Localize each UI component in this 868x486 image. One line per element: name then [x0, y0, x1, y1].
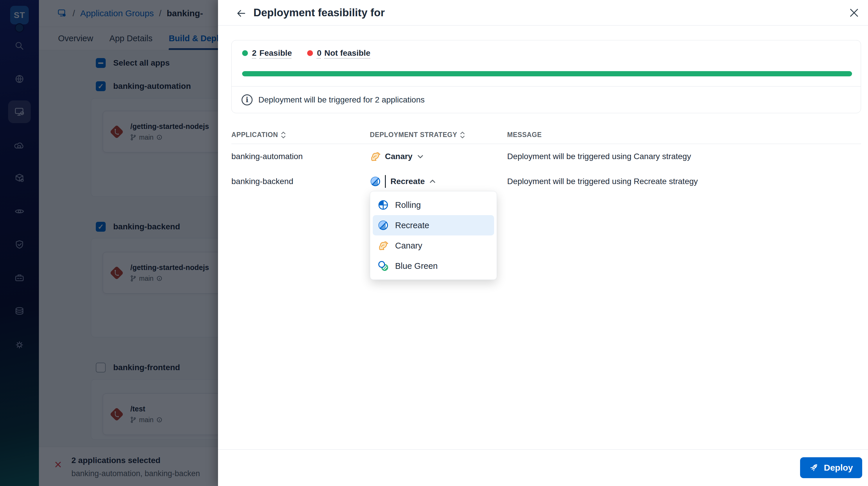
- not-feasible-stat: 0 Not feasible: [307, 49, 370, 58]
- close-icon[interactable]: [848, 6, 861, 19]
- deployment-feasibility-drawer: Deployment feasibility for 2 Feasible 0 …: [218, 0, 868, 486]
- column-header-message: MESSAGE: [507, 131, 861, 139]
- rolling-strategy-icon: [378, 200, 389, 211]
- drawer-header: Deployment feasibility for: [218, 0, 868, 26]
- sort-icon: [460, 131, 465, 139]
- back-icon[interactable]: [235, 7, 248, 20]
- application-cell: banking-automation: [231, 152, 370, 161]
- recreate-strategy-icon: [378, 220, 389, 231]
- strategy-name: Canary: [385, 152, 412, 161]
- sort-icon: [281, 131, 286, 139]
- canary-strategy-icon: [370, 151, 381, 162]
- dropdown-option-rolling[interactable]: Rolling: [370, 195, 497, 215]
- message-cell: Deployment will be triggered using Canar…: [507, 152, 861, 161]
- text-caret: [385, 175, 386, 188]
- strategy-selector[interactable]: Recreate: [370, 175, 507, 188]
- dropdown-option-recreate[interactable]: Recreate: [373, 215, 494, 236]
- feasibility-progress-bar: [242, 71, 852, 77]
- canary-strategy-icon: [378, 240, 389, 251]
- not-feasible-dot-icon: [307, 50, 313, 56]
- drawer-footer: Deploy: [218, 449, 868, 486]
- summary-info-text: Deployment will be triggered for 2 appli…: [258, 95, 425, 104]
- deploy-button[interactable]: Deploy: [800, 457, 862, 478]
- feasibility-summary-card: 2 Feasible 0 Not feasible i Deployment w…: [231, 40, 861, 113]
- recreate-strategy-icon: [370, 176, 381, 187]
- chevron-up-icon: [429, 178, 436, 185]
- table-row: banking-automation Canary Deployment wil…: [231, 144, 861, 169]
- info-icon: i: [242, 94, 253, 105]
- feasible-stat: 2 Feasible: [242, 49, 292, 58]
- strategy-selector[interactable]: Canary: [370, 151, 507, 162]
- dropdown-option-canary[interactable]: Canary: [370, 236, 497, 256]
- dropdown-option-blue-green[interactable]: Blue Green: [370, 256, 497, 276]
- column-header-deployment-strategy[interactable]: DEPLOYMENT STRATEGY: [370, 131, 507, 139]
- feasible-label: Feasible: [259, 49, 292, 58]
- feasibility-table: APPLICATION DEPLOYMENT STRATEGY MESSAGE …: [231, 126, 861, 194]
- message-cell: Deployment will be triggered using Recre…: [507, 177, 861, 186]
- summary-info-row: i Deployment will be triggered for 2 app…: [232, 86, 861, 113]
- strategy-name: Recreate: [391, 177, 425, 186]
- not-feasible-label: Not feasible: [324, 49, 370, 58]
- application-cell: banking-backend: [231, 177, 370, 186]
- strategy-dropdown: Rolling Recreate Canary Blue Green: [370, 191, 497, 280]
- table-header-row: APPLICATION DEPLOYMENT STRATEGY MESSAGE: [231, 126, 861, 144]
- app-screen: ST: [0, 0, 868, 486]
- column-header-application[interactable]: APPLICATION: [231, 131, 370, 139]
- rocket-icon: [809, 463, 819, 473]
- feasible-count: 2: [252, 49, 257, 58]
- feasible-dot-icon: [242, 50, 248, 56]
- drawer-title: Deployment feasibility for: [253, 0, 385, 26]
- chevron-down-icon: [416, 153, 424, 160]
- blue-green-strategy-icon: [378, 261, 389, 271]
- table-row: banking-backend Recreate Deployment will…: [231, 169, 861, 194]
- deploy-label: Deploy: [824, 463, 853, 473]
- not-feasible-count: 0: [317, 49, 322, 58]
